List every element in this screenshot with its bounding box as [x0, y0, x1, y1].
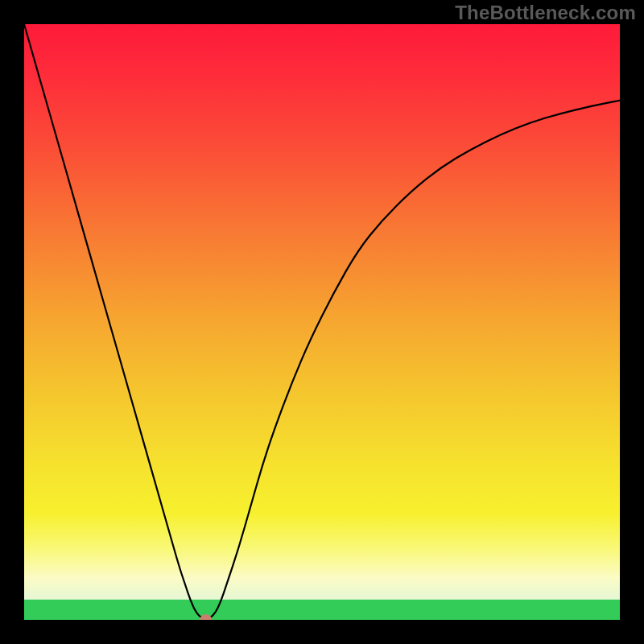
- green-band: [24, 600, 620, 620]
- chart-container: TheBottleneck.com: [0, 0, 644, 644]
- chart-svg: [24, 24, 620, 620]
- background-gradient: [24, 24, 620, 620]
- plot-area: [24, 24, 620, 620]
- watermark-text: TheBottleneck.com: [455, 2, 636, 24]
